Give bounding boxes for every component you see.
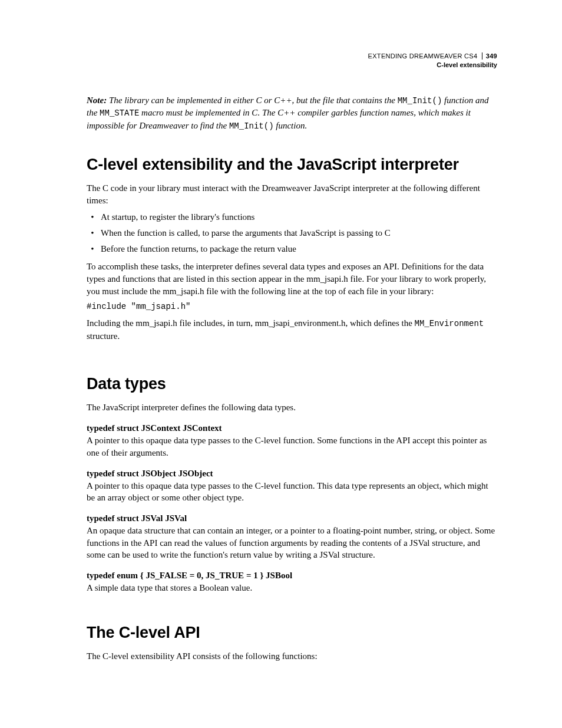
typedef-body: A pointer to this opaque data type passe… bbox=[87, 434, 497, 459]
content: Note: The library can be implemented in … bbox=[87, 94, 497, 662]
typedef-subhead: typedef struct JSContext JSContext bbox=[87, 423, 497, 433]
doc-title: EXTENDING DREAMWEAVER CS4 bbox=[368, 52, 478, 60]
typedef-body: A pointer to this opaque data type passe… bbox=[87, 480, 497, 504]
page-header: EXTENDING DREAMWEAVER CS4 349 C-level ex… bbox=[368, 52, 497, 70]
page: EXTENDING DREAMWEAVER CS4 349 C-level ex… bbox=[0, 0, 562, 728]
section1-bullet-list: At startup, to register the library's fu… bbox=[87, 211, 497, 255]
section1-para2: To accomplish these tasks, the interpret… bbox=[87, 261, 497, 297]
heading-c-level-api: The C-level API bbox=[87, 624, 497, 642]
note-paragraph: Note: The library can be implemented in … bbox=[87, 94, 497, 132]
header-section: C-level extensibility bbox=[368, 61, 497, 70]
note-text-a: The library can be implemented in either… bbox=[107, 95, 398, 105]
include-code: #include "mm_jsapi.h" bbox=[87, 302, 497, 311]
list-item: Before the function returns, to package … bbox=[98, 243, 497, 255]
typedef-subhead: typedef enum { JS_FALSE = 0, JS_TRUE = 1… bbox=[87, 571, 497, 581]
section2-intro: The JavaScript interpreter defines the f… bbox=[87, 401, 497, 414]
list-item: When the function is called, to parse th… bbox=[98, 227, 497, 239]
note-label: Note: bbox=[87, 95, 107, 105]
section1-para3: Including the mm_jsapi.h file includes, … bbox=[87, 317, 497, 342]
section1-para3-code: MM_Environment bbox=[415, 319, 484, 328]
list-item: At startup, to register the library's fu… bbox=[98, 211, 497, 223]
note-text-d: function. bbox=[274, 121, 308, 130]
section1-intro: The C code in your library must interact… bbox=[87, 182, 497, 206]
section1-para3-b: structure. bbox=[87, 331, 120, 341]
note-code-a: MM_Init() bbox=[398, 96, 442, 106]
page-number: 349 bbox=[482, 52, 497, 60]
typedef-body: A simple data type that stores a Boolean… bbox=[87, 582, 497, 594]
section1-para3-a: Including the mm_jsapi.h file includes, … bbox=[87, 318, 415, 328]
note-code-c: MM_Init() bbox=[229, 121, 274, 131]
note-code-b: MM_STATE bbox=[100, 108, 139, 118]
typedef-body: An opaque data structure that can contai… bbox=[87, 525, 497, 561]
typedef-subhead: typedef struct JSVal JSVal bbox=[87, 513, 497, 523]
typedef-subhead: typedef struct JSObject JSObject bbox=[87, 469, 497, 479]
header-line-1: EXTENDING DREAMWEAVER CS4 349 bbox=[368, 52, 497, 61]
heading-data-types: Data types bbox=[87, 375, 497, 393]
heading-c-level-js: C-level extensibility and the JavaScript… bbox=[87, 156, 497, 174]
section3-intro: The C-level extensibility API consists o… bbox=[87, 650, 497, 663]
